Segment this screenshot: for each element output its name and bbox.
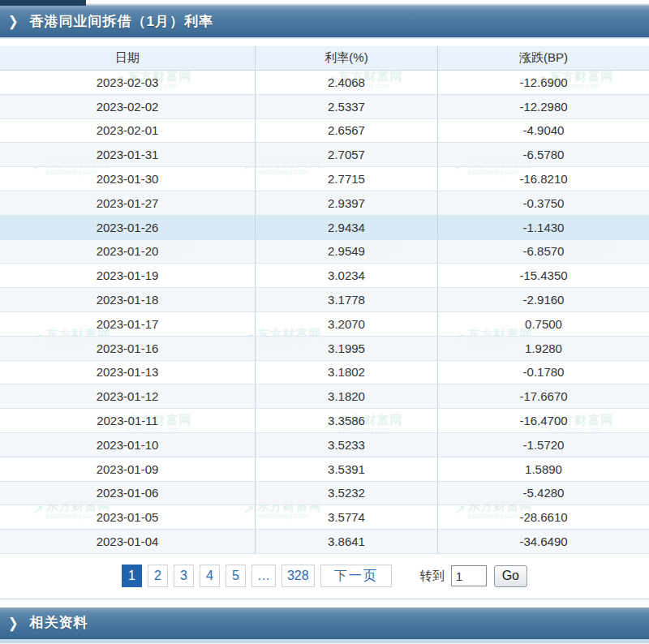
- header-table-gap: [0, 37, 649, 46]
- next-page-button[interactable]: 下一页: [320, 565, 392, 587]
- table-row: 2023-01-093.53911.5890: [0, 457, 649, 482]
- page-button-5[interactable]: 5: [226, 565, 246, 587]
- rate-table: 日期 利率(%) 涨跌(BP) 2023-02-032.4068-12.6900…: [0, 46, 649, 554]
- rate-cell: 3.1995: [256, 337, 438, 360]
- page-buttons-group: 12345…328: [122, 565, 320, 587]
- change-cell: -0.3750: [438, 191, 649, 215]
- date-cell: 2023-01-09: [0, 457, 256, 481]
- change-cell: -16.4700: [438, 409, 649, 432]
- rate-cell: 2.5337: [256, 95, 438, 118]
- change-cell: -16.8210: [438, 167, 649, 191]
- table-row: 2023-01-133.1802-0.1780: [0, 361, 649, 385]
- change-cell: -4.9040: [438, 119, 649, 143]
- change-cell: -6.8570: [438, 240, 649, 264]
- table-body: 2023-02-032.4068-12.69002023-02-022.5337…: [0, 71, 649, 554]
- date-cell: 2023-01-20: [0, 240, 256, 264]
- date-cell: 2023-01-11: [0, 409, 256, 432]
- page-button-328[interactable]: 328: [282, 565, 315, 587]
- rate-cell: 3.1778: [256, 288, 438, 311]
- date-cell: 2023-01-13: [0, 361, 256, 384]
- table-row: 2023-02-032.4068-12.6900: [0, 71, 649, 95]
- date-cell: 2023-01-27: [0, 191, 256, 215]
- rate-cell: 3.3586: [256, 409, 438, 432]
- change-cell: 0.7500: [438, 312, 649, 336]
- date-cell: 2023-02-01: [0, 119, 256, 143]
- table-row: 2023-01-123.1820-17.6670: [0, 384, 649, 409]
- table-row: 2023-02-012.6567-4.9040: [0, 119, 649, 144]
- table-row: 2023-01-193.0234-15.4350: [0, 264, 649, 288]
- change-cell: -34.6490: [438, 530, 649, 553]
- date-cell: 2023-01-19: [0, 264, 256, 287]
- chevron-right-icon: ❯: [8, 13, 19, 30]
- rate-cell: 2.7715: [256, 167, 438, 191]
- date-cell: 2023-01-17: [0, 312, 256, 336]
- table-row: 2023-01-063.5232-5.4280: [0, 482, 649, 506]
- date-cell: 2023-01-06: [0, 482, 256, 505]
- page-title: 香港同业间拆借（1月）利率: [30, 12, 213, 31]
- date-cell: 2023-01-16: [0, 337, 256, 360]
- change-cell: -1.1430: [438, 216, 649, 239]
- rate-cell: 2.4068: [256, 71, 438, 94]
- goto-label: 转到: [420, 569, 445, 584]
- page-button-2[interactable]: 2: [148, 565, 168, 587]
- date-cell: 2023-01-05: [0, 505, 256, 529]
- table-row: 2023-01-183.1778-2.9160: [0, 288, 649, 312]
- related-info-title: 相关资料: [30, 613, 88, 632]
- page-button-3[interactable]: 3: [174, 565, 194, 587]
- table-row: 2023-01-103.5233-1.5720: [0, 433, 649, 457]
- top-left-dark-strip: [0, 0, 86, 6]
- change-cell: -5.4280: [438, 482, 649, 505]
- table-row: 2023-01-262.9434-1.1430: [0, 216, 649, 240]
- rate-cell: 2.6567: [256, 119, 438, 143]
- rate-cell: 3.8641: [256, 530, 438, 553]
- change-cell: -12.2980: [438, 95, 649, 118]
- date-cell: 2023-01-18: [0, 288, 256, 311]
- column-header-date: 日期: [0, 46, 256, 70]
- related-info-bar: ❯ 相关资料: [0, 608, 649, 639]
- rate-cell: 2.9434: [256, 216, 438, 239]
- table-header-row: 日期 利率(%) 涨跌(BP): [0, 46, 649, 71]
- date-cell: 2023-01-04: [0, 530, 256, 553]
- hibor-rate-page: ↗东方财富网eastmoney.com↗东方财富网eastmoney.com↗东…: [0, 0, 649, 644]
- pagination-bar: 12345…328 下一页 转到 Go: [0, 554, 649, 599]
- footer-gap: [0, 599, 649, 608]
- rate-cell: 2.7057: [256, 143, 438, 166]
- column-header-change: 涨跌(BP): [438, 46, 649, 70]
- table-row: 2023-01-043.8641-34.6490: [0, 530, 649, 554]
- rate-cell: 3.0234: [256, 264, 438, 287]
- change-cell: -0.1780: [438, 361, 649, 384]
- section-header-bar: ❯ 香港同业间拆借（1月）利率: [0, 6, 649, 37]
- goto-page-input[interactable]: [451, 565, 487, 586]
- change-cell: -28.6610: [438, 505, 649, 529]
- chevron-right-icon: ❯: [8, 615, 19, 632]
- page-ellipsis[interactable]: …: [251, 565, 276, 587]
- date-cell: 2023-01-10: [0, 433, 256, 457]
- go-button[interactable]: Go: [494, 565, 527, 587]
- bottom-strip: [0, 639, 649, 643]
- table-row: 2023-01-312.7057-6.5780: [0, 143, 649, 167]
- rate-cell: 3.5233: [256, 433, 438, 457]
- rate-cell: 2.9397: [256, 191, 438, 215]
- top-edge: [0, 0, 649, 6]
- date-cell: 2023-01-31: [0, 143, 256, 166]
- page-button-1[interactable]: 1: [122, 565, 142, 587]
- column-header-rate: 利率(%): [256, 46, 438, 70]
- table-row: 2023-01-173.20700.7500: [0, 312, 649, 337]
- change-cell: -6.5780: [438, 143, 649, 166]
- date-cell: 2023-01-30: [0, 167, 256, 191]
- table-row: 2023-01-302.7715-16.8210: [0, 167, 649, 191]
- rate-cell: 3.5774: [256, 505, 438, 529]
- table-row: 2023-02-022.5337-12.2980: [0, 95, 649, 119]
- change-cell: -12.6900: [438, 71, 649, 94]
- page-button-4[interactable]: 4: [200, 565, 220, 587]
- table-row: 2023-01-202.9549-6.8570: [0, 240, 649, 264]
- change-cell: -1.5720: [438, 433, 649, 457]
- rate-cell: 3.2070: [256, 312, 438, 336]
- date-cell: 2023-01-12: [0, 384, 256, 408]
- date-cell: 2023-02-02: [0, 95, 256, 118]
- rate-cell: 3.5232: [256, 482, 438, 505]
- change-cell: -17.6670: [438, 384, 649, 408]
- goto-group: 转到 Go: [420, 565, 527, 587]
- change-cell: -15.4350: [438, 264, 649, 287]
- rate-cell: 3.1820: [256, 384, 438, 408]
